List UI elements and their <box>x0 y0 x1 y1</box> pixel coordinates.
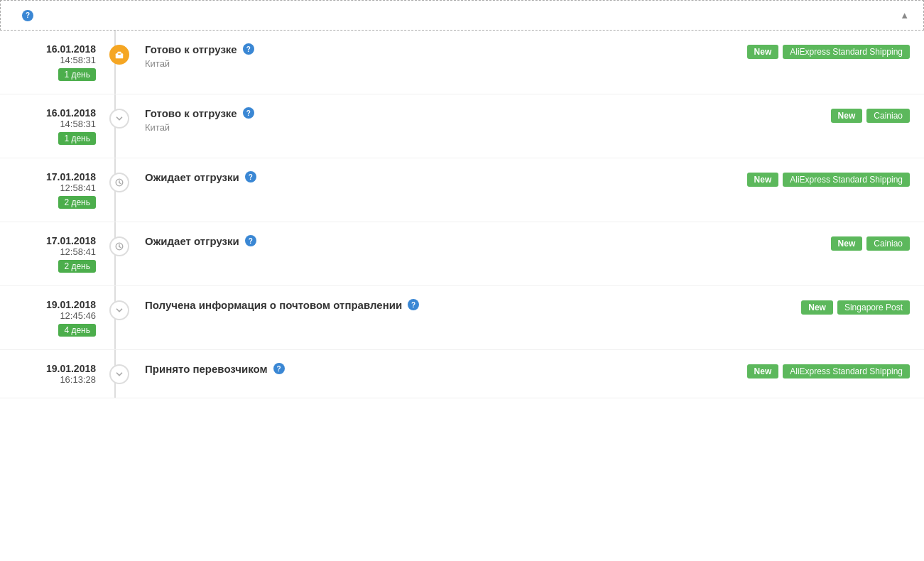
status-row: Ожидает отгрузки ? <box>145 235 697 247</box>
timeline-entry: 17.01.2018 12:58:41 2 день Ожидает отгру… <box>0 158 924 222</box>
entry-time: 12:58:41 <box>60 183 96 193</box>
header-text: ? <box>15 9 33 21</box>
help-icon[interactable]: ? <box>408 299 419 310</box>
icon-col <box>107 363 132 384</box>
date-col: 17.01.2018 12:58:41 2 день <box>14 171 107 209</box>
badge-new: New <box>831 236 863 251</box>
day-badge: 4 день <box>58 324 96 337</box>
svg-line-5 <box>119 183 121 183</box>
entry-date: 16.01.2018 <box>46 43 96 55</box>
badge-new: New <box>747 45 779 59</box>
timeline-entry: 16.01.2018 14:58:31 1 день Готово к отгр… <box>0 31 924 94</box>
badge-service: AliExpress Standard Shipping <box>783 364 910 378</box>
timeline-icon <box>109 173 129 192</box>
status-row: Принято перевозчиком ? <box>145 363 697 375</box>
entry-time: 12:58:41 <box>60 246 96 257</box>
icon-col <box>107 107 132 129</box>
timeline-wrapper: 16.01.2018 14:58:31 1 день Готово к отгр… <box>0 31 924 398</box>
timeline-entry: 17.01.2018 12:58:41 2 день Ожидает отгру… <box>0 222 924 286</box>
badge-service: AliExpress Standard Shipping <box>783 45 910 59</box>
timeline-entry: 19.01.2018 16:13:28 Принято перевозчиком… <box>0 350 924 398</box>
icon-col <box>107 171 132 192</box>
date-col: 16.01.2018 14:58:31 1 день <box>14 107 107 145</box>
timeline-entry: 16.01.2018 14:58:31 1 день Готово к отгр… <box>0 94 924 158</box>
date-col: 17.01.2018 12:58:41 2 день <box>14 235 107 273</box>
timeline-icon <box>109 109 129 129</box>
status-text: Готово к отгрузке <box>145 43 237 55</box>
content-col: Принято перевозчиком ? <box>132 363 697 378</box>
entry-date: 19.01.2018 <box>46 299 96 310</box>
status-row: Ожидает отгрузки ? <box>145 171 697 183</box>
entry-time: 14:58:31 <box>60 55 96 65</box>
status-row: Получена информация о почтовом отправлен… <box>145 299 697 311</box>
date-col: 19.01.2018 16:13:28 <box>14 363 107 385</box>
badge-col: New AliExpress Standard Shipping <box>697 363 910 378</box>
svg-line-8 <box>119 246 121 247</box>
status-row: Готово к отгрузке ? <box>145 43 697 55</box>
status-text: Ожидает отгрузки <box>145 235 239 247</box>
help-icon[interactable]: ? <box>273 363 285 374</box>
badge-col: New Cainiao <box>697 107 910 123</box>
status-text: Принято перевозчиком <box>145 363 268 375</box>
header-arrow-icon: ▲ <box>900 10 909 21</box>
timeline-icon <box>109 236 129 256</box>
status-text: Получена информация о почтовом отправлен… <box>145 299 402 311</box>
sub-text: Китай <box>145 58 697 69</box>
timeline-icon <box>109 45 129 65</box>
day-badge: 2 день <box>58 260 96 273</box>
badge-new: New <box>801 300 833 315</box>
badge-service: Cainiao <box>866 236 910 251</box>
entry-time: 12:45:46 <box>60 310 96 321</box>
icon-col <box>107 235 132 256</box>
date-col: 19.01.2018 12:45:46 4 день <box>14 299 107 337</box>
entry-date: 17.01.2018 <box>46 235 96 246</box>
help-icon[interactable]: ? <box>245 235 256 246</box>
content-col: Готово к отгрузке ? Китай <box>132 43 697 69</box>
badge-col: New AliExpress Standard Shipping <box>697 43 910 59</box>
header-help-icon[interactable]: ? <box>22 10 33 21</box>
badge-col: New AliExpress Standard Shipping <box>697 171 910 187</box>
content-col: Готово к отгрузке ? Китай <box>132 107 697 133</box>
help-icon[interactable]: ? <box>243 43 254 55</box>
badge-col: New Singapore Post <box>697 299 910 315</box>
timeline-entries: 16.01.2018 14:58:31 1 день Готово к отгр… <box>0 31 924 398</box>
timeline-icon <box>109 300 129 320</box>
badge-new: New <box>831 109 863 123</box>
badge-service: AliExpress Standard Shipping <box>783 173 910 187</box>
content-col: Ожидает отгрузки ? <box>132 235 697 250</box>
entry-date: 17.01.2018 <box>46 171 96 183</box>
help-icon[interactable]: ? <box>245 171 256 183</box>
content-col: Ожидает отгрузки ? <box>132 171 697 186</box>
entry-time: 16:13:28 <box>60 374 96 385</box>
badge-new: New <box>747 173 779 187</box>
badge-new: New <box>747 364 779 378</box>
timeline-icon <box>109 364 129 384</box>
entry-date: 16.01.2018 <box>46 107 96 119</box>
entry-time: 14:58:31 <box>60 119 96 129</box>
icon-col <box>107 299 132 320</box>
icon-col <box>107 43 132 65</box>
day-badge: 1 день <box>58 132 96 145</box>
day-badge: 2 день <box>58 196 96 209</box>
day-badge: 1 день <box>58 68 96 81</box>
status-text: Готово к отгрузке <box>145 107 237 119</box>
header-bar: ? ▲ <box>0 0 924 31</box>
badge-service: Cainiao <box>866 109 910 123</box>
help-icon[interactable]: ? <box>243 107 254 119</box>
badge-service: Singapore Post <box>837 300 910 315</box>
date-col: 16.01.2018 14:58:31 1 день <box>14 43 107 81</box>
status-row: Готово к отгрузке ? <box>145 107 697 119</box>
sub-text: Китай <box>145 122 697 133</box>
status-text: Ожидает отгрузки <box>145 171 239 183</box>
timeline-entry: 19.01.2018 12:45:46 4 день Получена инфо… <box>0 286 924 350</box>
svg-rect-2 <box>118 53 121 55</box>
entry-date: 19.01.2018 <box>46 363 96 374</box>
content-col: Получена информация о почтовом отправлен… <box>132 299 697 314</box>
badge-col: New Cainiao <box>697 235 910 251</box>
